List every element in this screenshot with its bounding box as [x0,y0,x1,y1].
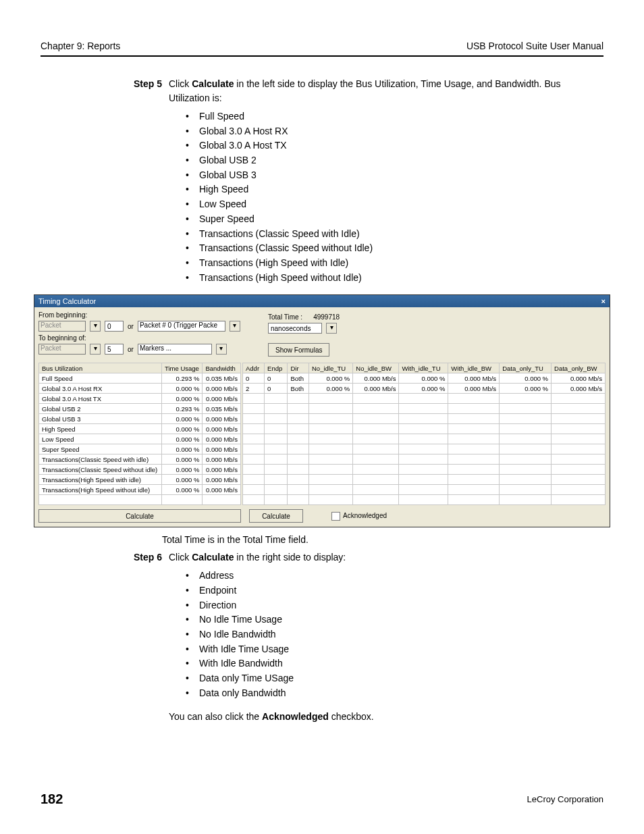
or-label-1: or [128,323,134,330]
col-header: Endp [265,363,288,373]
list-item: Transactions (High Speed with Idle) [186,256,603,271]
col-header: No_idle_BW [353,363,399,373]
list-item: Global USB 3 [186,168,603,183]
ack-pre: You can also click the [169,711,262,722]
to-value-input[interactable] [105,344,124,355]
tc-title-text: Timing Calculator [38,297,96,305]
col-header: Addr [243,363,265,373]
col-header: Data_only_BW [552,363,606,373]
table-row [243,465,606,475]
table-row [243,414,606,424]
step5-pre: Click [169,78,192,89]
chevron-down-icon[interactable]: ▾ [216,344,227,355]
step6-post: in the right side to display: [234,552,346,563]
to-type-select[interactable]: Packet [38,344,86,355]
col-header: Bus Utilization [39,363,162,373]
list-item: Transactions (Classic Speed with Idle) [186,227,603,242]
detail-table: AddrEndpDirNo_idle_TUNo_idle_BWWith_idle… [242,363,606,505]
unit-input[interactable] [268,323,322,334]
totaltime-value: 4999718 [313,313,340,321]
list-item: Global 3.0 A Host TX [186,138,603,153]
table-row: Global USB 30.000 %0.000 Mb/s [39,414,241,424]
table-row: Full Speed0.293 %0.035 Mb/s [39,373,241,384]
table-row [243,475,606,485]
page-number: 182 [41,791,63,807]
list-item: Transactions (High Speed without Idle) [186,271,603,286]
table-row: Global USB 20.293 %0.035 Mb/s [39,404,241,414]
list-item: Global USB 2 [186,153,603,168]
header-right: USB Protocol Suite User Manual [466,41,603,51]
close-icon[interactable]: × [601,297,606,305]
col-header: With_idle_BW [448,363,500,373]
list-item: No Idle Time Usage [186,613,603,627]
table-row: Global 3.0 A Host TX0.000 %0.000 Mb/s [39,394,241,404]
step6-pre: Click [169,552,192,563]
list-item: No Idle Bandwidth [186,627,603,642]
col-header: With_idle_TU [399,363,448,373]
chevron-down-icon[interactable]: ▾ [230,321,240,332]
list-item: High Speed [186,182,603,197]
list-item: Super Speed [186,212,603,227]
list-item: Direction [186,598,603,613]
timing-calculator-window: Timing Calculator × From beginning: Pack… [34,294,610,527]
acknowledged-label: Acknowledged [343,512,387,519]
table-row: Transactions(High Speed with idle)0.000 … [39,475,241,485]
calculate-left-button[interactable]: Calculate [38,509,241,523]
col-header: Dir [288,363,309,373]
tc-titlebar: Timing Calculator × [34,295,610,307]
list-item: Data only Bandwidth [186,686,603,701]
table-row: Transactions(Classic Speed with idle)0.0… [39,454,241,465]
list-item: Global 3.0 A Host RX [186,124,603,139]
list-item: With Idle Time Usage [186,642,603,657]
table-row [243,434,606,444]
table-row: High Speed0.000 %0.000 Mb/s [39,424,241,434]
list-item: Low Speed [186,197,603,212]
ack-post: checkbox. [329,711,374,722]
step6-bullets: AddressEndpointDirectionNo Idle Time Usa… [186,569,603,700]
table-row: Global 3.0 A Host RX0.000 %0.000 Mb/s [39,384,241,394]
table-row: Transactions(High Speed without idle)0.0… [39,485,241,495]
chevron-down-icon[interactable]: ▾ [90,344,101,355]
list-item: Endpoint [186,583,603,598]
step5-label: Step 5 [122,77,162,105]
list-item: Transactions (Classic Speed without Idle… [186,241,603,256]
col-header: Time Usage [162,363,203,373]
header-left: Chapter 9: Reports [41,41,120,51]
from-value-input[interactable] [105,321,124,332]
from-label: From beginning: [38,311,241,319]
to-label: To beginning of: [38,334,241,342]
totaltime-note: Total Time is in the Total Time field. [162,534,603,545]
table-row: Low Speed0.000 %0.000 Mb/s [39,434,241,444]
acknowledged-checkbox[interactable]: Acknowledged [331,512,387,521]
to-markers-select[interactable]: Markers ... [138,344,212,355]
show-formulas-button[interactable]: Show Formulas [268,343,329,357]
list-item: Full Speed [186,109,603,124]
step5-bullets: Full SpeedGlobal 3.0 A Host RXGlobal 3.0… [186,109,603,285]
from-type-select[interactable]: Packet [38,321,86,332]
table-row: Transactions(Classic Speed without idle)… [39,465,241,475]
table-row [243,454,606,465]
col-header: No_idle_TU [308,363,352,373]
list-item: With Idle Bandwidth [186,656,603,671]
table-row [243,424,606,434]
ack-line: You can also click the Acknowledged chec… [169,710,603,724]
from-packet-select[interactable]: Packet # 0 (Trigger Packe [138,321,225,332]
calculate-right-button[interactable]: Calculate [249,509,303,523]
col-header: Data_only_TU [500,363,552,373]
ack-bold: Acknowledged [262,711,329,722]
step5-bold: Calculate [192,78,234,89]
table-row [243,485,606,495]
table-row [243,394,606,404]
table-row [243,444,606,454]
step6-bold: Calculate [192,552,234,563]
table-row: 00Both0.000 %0.000 Mb/s0.000 %0.000 Mb/s… [243,373,606,384]
step6-text: Click Calculate in the right side to dis… [169,550,603,565]
table-row: Super Speed0.000 %0.000 Mb/s [39,444,241,454]
step6-label: Step 6 [122,550,162,565]
bus-utilization-table: Bus UtilizationTime UsageBandwidthFull S… [38,363,241,505]
step5-text: Click Calculate in the left side to disp… [169,77,603,105]
footer-corp: LeCroy Corporation [527,794,603,804]
chevron-down-icon[interactable]: ▾ [90,321,101,332]
table-row: 20Both0.000 %0.000 Mb/s0.000 %0.000 Mb/s… [243,384,606,394]
chevron-down-icon[interactable]: ▾ [326,323,337,334]
